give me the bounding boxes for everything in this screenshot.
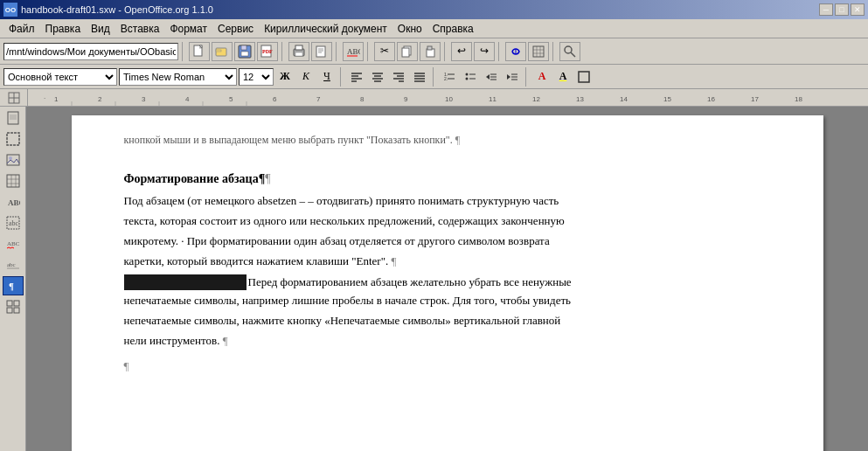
underline-button[interactable]: Ч <box>317 68 337 86</box>
cut-button[interactable]: ✂ <box>374 42 395 61</box>
doc-para-1: Под абзацем (от немецкого absetzen – – о… <box>124 193 771 210</box>
table-button[interactable] <box>528 42 549 61</box>
svg-text:abc: abc <box>7 261 16 268</box>
doc-para-2b: непечатаемые символы, например лишние пр… <box>124 293 771 309</box>
menubar: Файл Правка Вид Вставка Формат Сервис Ки… <box>0 19 868 38</box>
toolbar-sep-3 <box>336 42 339 61</box>
menu-view[interactable]: Вид <box>86 21 115 37</box>
numbered-list-button[interactable]: 1.2. <box>440 68 459 86</box>
titlebar-left: OO handbook-draft01.sxw - OpenOffice.org… <box>3 3 213 17</box>
svg-text:16: 16 <box>707 95 715 103</box>
preview-button[interactable] <box>311 42 332 61</box>
spellcheck-button[interactable]: ABC <box>343 42 364 61</box>
svg-rect-14 <box>316 46 325 57</box>
spellcheck-left-button[interactable]: ABC <box>3 234 24 253</box>
print-button[interactable] <box>288 42 309 61</box>
redo-button[interactable]: ↪ <box>474 42 495 61</box>
menu-help[interactable]: Справка <box>427 21 479 37</box>
svg-rect-13 <box>295 52 302 56</box>
doc-para-2-row: Перед форматированием абзацев желательно… <box>124 274 771 291</box>
svg-text:PDF: PDF <box>262 49 273 54</box>
bold-button[interactable]: Ж <box>275 68 295 86</box>
menu-insert[interactable]: Вставка <box>115 21 165 37</box>
paste-button[interactable] <box>420 42 441 61</box>
field-insert-button[interactable]: ABC <box>3 192 24 212</box>
insert-picture-button[interactable] <box>3 150 24 170</box>
format-sep-2 <box>433 67 436 87</box>
ruler-corner[interactable] <box>0 89 28 107</box>
menu-window[interactable]: Окно <box>392 21 427 37</box>
align-right-button[interactable] <box>389 68 408 86</box>
italic-button[interactable]: К <box>296 68 316 86</box>
align-left-button[interactable] <box>347 68 366 86</box>
minimize-button[interactable]: ─ <box>819 3 833 16</box>
new-button[interactable] <box>189 42 210 61</box>
borders-button[interactable] <box>574 68 594 86</box>
svg-text:5: 5 <box>229 95 233 103</box>
indent-button[interactable] <box>503 68 522 86</box>
svg-line-31 <box>571 52 575 57</box>
menu-file[interactable]: Файл <box>3 21 40 37</box>
insert-frame-button[interactable] <box>3 129 24 149</box>
export-button[interactable]: PDF <box>257 42 278 61</box>
autocorrect-button[interactable]: abc <box>3 255 24 274</box>
align-center-button[interactable] <box>368 68 387 86</box>
svg-rect-97 <box>7 133 19 145</box>
undo-button[interactable]: ↩ <box>451 42 472 61</box>
toolbar-sep-4 <box>367 42 371 61</box>
left-toolbar: ABC abc ABC abc ¶ Непечатаемые символы <box>0 107 26 451</box>
svg-text:4: 4 <box>185 95 190 103</box>
empty-line-1 <box>124 153 771 160</box>
menu-cyrillic[interactable]: Кириллический документ <box>259 21 392 37</box>
hyperlink-button[interactable] <box>505 42 526 61</box>
save-button[interactable] <box>234 42 255 61</box>
size-select[interactable]: 12 <box>239 68 274 86</box>
document-content[interactable]: кнопкой мыши и в выпадающем меню выбрать… <box>124 133 771 375</box>
svg-rect-64 <box>579 72 589 82</box>
window-title: handbook-draft01.sxw - OpenOffice.org 1.… <box>21 4 213 15</box>
toolbar-sep-7 <box>552 42 556 61</box>
style-select[interactable]: Основной текст <box>3 68 117 86</box>
svg-rect-114 <box>7 308 12 313</box>
svg-text:abc: abc <box>9 219 19 227</box>
path-input[interactable] <box>3 43 178 60</box>
find-button[interactable] <box>559 42 580 61</box>
abc-frame-button[interactable]: abc <box>3 213 24 232</box>
open-button[interactable] <box>212 42 233 61</box>
font-color-button[interactable]: А <box>532 68 552 86</box>
menu-edit[interactable]: Правка <box>40 21 87 37</box>
highlight-button[interactable]: А <box>553 68 573 86</box>
svg-rect-25 <box>533 46 544 57</box>
svg-marker-60 <box>507 74 510 80</box>
outdent-button[interactable] <box>482 68 501 86</box>
menu-tools[interactable]: Сервис <box>212 21 259 37</box>
doc-para-2d: нели инструментов. ¶ <box>124 333 771 350</box>
svg-point-30 <box>565 46 572 53</box>
window-controls[interactable]: ─ □ ✕ <box>819 3 865 16</box>
ruler: · 1 2 3 4 5 6 7 8 9 10 11 12 13 14 15 16… <box>0 89 868 107</box>
doc-para-1d: каретки, который вводится нажатием клави… <box>124 253 771 270</box>
misc-button[interactable] <box>3 297 24 316</box>
bullet-list-button[interactable] <box>461 68 480 86</box>
nonprinting-tooltip: Непечатаемые символы <box>26 279 27 295</box>
toolbar-sep-2 <box>281 42 285 61</box>
svg-text:2: 2 <box>98 95 102 103</box>
document-area[interactable]: кнопкой мыши и в выпадающем меню выбрать… <box>26 107 868 451</box>
menu-format[interactable]: Формат <box>164 21 212 37</box>
svg-text:11: 11 <box>489 95 496 103</box>
close-button[interactable]: ✕ <box>851 3 865 16</box>
maximize-button[interactable]: □ <box>835 3 849 16</box>
format-sep-1 <box>340 67 344 87</box>
page-view-button[interactable] <box>3 108 24 128</box>
svg-text:ABC: ABC <box>7 240 20 247</box>
titlebar: OO handbook-draft01.sxw - OpenOffice.org… <box>0 0 868 19</box>
font-select[interactable]: Times New Roman <box>119 68 237 86</box>
copy-button[interactable] <box>397 42 418 61</box>
table-insert-button[interactable] <box>3 171 24 191</box>
align-justify-button[interactable] <box>410 68 429 86</box>
svg-rect-113 <box>14 301 19 306</box>
doc-highlight-mark <box>124 274 247 290</box>
app-icon: OO <box>3 3 17 17</box>
nonprinting-chars-button[interactable]: ¶ Непечатаемые символы <box>3 276 24 295</box>
svg-text:13: 13 <box>576 95 584 103</box>
